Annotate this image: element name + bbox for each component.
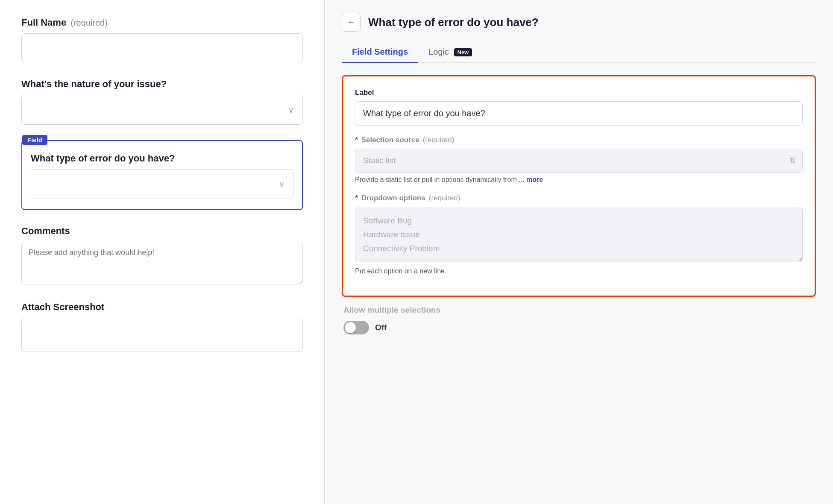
full-name-group: Full Name (required)	[21, 17, 303, 63]
right-panel: ← What type of error do you have? Field …	[325, 0, 833, 504]
error-type-dropdown[interactable]	[31, 169, 293, 199]
dropdown-options-required: (required)	[429, 194, 460, 202]
more-link[interactable]: more	[526, 176, 543, 183]
error-type-dropdown-wrapper: ∨	[31, 169, 293, 199]
panel-title: What type of error do you have?	[368, 16, 539, 29]
nature-label-text: What's the nature of your issue?	[21, 79, 167, 90]
selection-source-label-text: Selection source	[361, 136, 419, 144]
selection-source-arrows-icon: ⇅	[789, 156, 796, 165]
tab-field-settings[interactable]: Field Settings	[342, 42, 418, 63]
field-badge: Field	[22, 135, 47, 145]
full-name-label-text: Full Name	[21, 17, 66, 28]
attach-upload-box[interactable]	[21, 318, 303, 352]
selection-source-hint: Provide a static list or pull in options…	[355, 176, 803, 184]
full-name-required: (required)	[70, 18, 108, 28]
back-icon: ←	[347, 18, 355, 27]
dropdown-options-textarea[interactable]: Software Bug Hardware Issue Connectivity…	[355, 207, 803, 262]
tab-logic[interactable]: Logic New	[418, 42, 482, 63]
comments-group: Comments	[21, 226, 303, 286]
error-type-label: What type of error do you have?	[31, 153, 293, 164]
attach-screenshot-group: Attach Screenshot	[21, 302, 303, 352]
error-type-field-box: Field What type of error do you have? ∨	[21, 140, 303, 210]
nature-dropdown[interactable]	[21, 95, 303, 125]
comments-label-text: Comments	[21, 226, 70, 237]
dropdown-options-label-text: Dropdown options	[361, 194, 425, 202]
put-each-text: Put each option on a new line.	[355, 267, 803, 275]
settings-box: Label * Selection source (required) Stat…	[342, 75, 816, 297]
comments-textarea[interactable]	[21, 242, 303, 284]
allow-multiple-toggle[interactable]	[343, 321, 369, 334]
nature-dropdown-wrapper: ∨	[21, 95, 303, 125]
selection-source-label: * Selection source (required)	[355, 136, 803, 144]
attach-label-text: Attach Screenshot	[21, 302, 104, 313]
tab-new-badge: New	[454, 48, 472, 56]
label-section-title: Label	[355, 88, 803, 97]
tabs-row: Field Settings Logic New	[342, 42, 816, 63]
full-name-label: Full Name (required)	[21, 17, 303, 28]
selection-source-value: Static list	[363, 156, 396, 165]
label-input[interactable]	[355, 101, 803, 126]
selection-source-hint-text: Provide a static list or pull in options…	[355, 176, 525, 183]
error-type-label-text: What type of error do you have?	[31, 153, 175, 164]
toggle-state-label: Off	[375, 323, 387, 332]
label-section: Label	[355, 88, 803, 126]
allow-multiple-section: Allow multiple selections Off	[342, 305, 816, 334]
full-name-input[interactable]	[21, 33, 303, 63]
comments-label: Comments	[21, 226, 303, 237]
allow-multiple-label: Allow multiple selections	[343, 305, 814, 315]
tab-logic-label: Logic	[428, 47, 449, 56]
left-panel: Full Name (required) What's the nature o…	[0, 0, 325, 504]
back-button[interactable]: ←	[342, 13, 361, 32]
tab-field-settings-label: Field Settings	[352, 47, 408, 56]
selection-source-wrapper: Static list ⇅	[355, 149, 803, 173]
dropdown-options-section: * Dropdown options (required) Software B…	[355, 194, 803, 275]
panel-header: ← What type of error do you have?	[342, 13, 816, 32]
toggle-knob	[345, 322, 356, 333]
attach-label: Attach Screenshot	[21, 302, 303, 313]
toggle-row: Off	[343, 321, 814, 334]
nature-label: What's the nature of your issue?	[21, 79, 303, 90]
selection-source-required: (required)	[423, 136, 455, 144]
selection-source-dropdown[interactable]: Static list	[355, 149, 803, 173]
selection-source-section: * Selection source (required) Static lis…	[355, 136, 803, 184]
nature-group: What's the nature of your issue? ∨	[21, 79, 303, 125]
dropdown-options-label: * Dropdown options (required)	[355, 194, 803, 202]
